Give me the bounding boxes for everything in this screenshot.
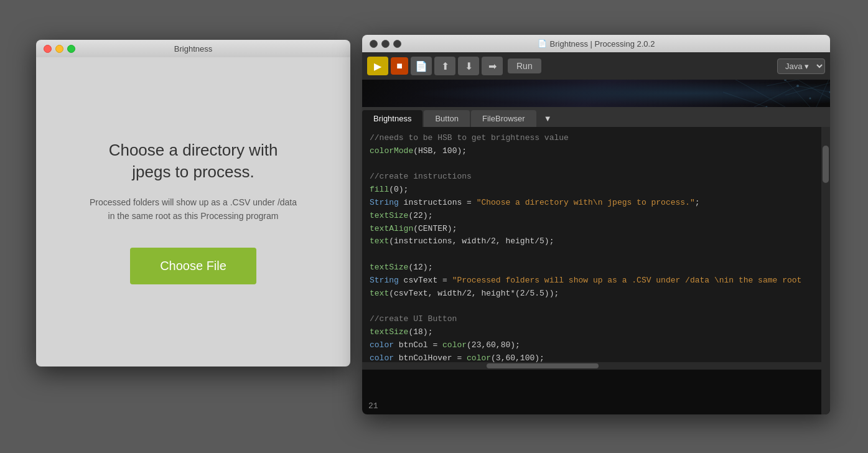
horizontal-scrollbar-thumb[interactable] [487, 363, 599, 368]
stop-button[interactable]: ■ [391, 57, 408, 75]
right-titlebar: 📄 Brightness | Processing 2.0.2 [362, 35, 830, 52]
horizontal-scrollbar[interactable] [362, 362, 821, 370]
svg-point-12 [810, 98, 811, 100]
right-window-title: 📄 Brightness | Processing 2.0.2 [538, 39, 655, 49]
svg-line-2 [767, 80, 798, 86]
network-decoration [362, 80, 830, 107]
right-window: 📄 Brightness | Processing 2.0.2 ▶ ■ 📄 ⬆ … [362, 35, 830, 414]
left-window: Brightness Choose a directory with jpegs… [36, 40, 350, 367]
svg-line-8 [785, 83, 830, 95]
new-button[interactable]: 📄 [411, 57, 432, 75]
line-number: 21 [368, 401, 378, 411]
code-area[interactable]: //needs to be HSB to get brightness valu… [362, 127, 830, 370]
right-minimize[interactable] [381, 40, 390, 48]
svg-line-5 [798, 86, 830, 92]
tab-filebrowser[interactable]: FileBrowser [471, 110, 536, 127]
right-close[interactable] [370, 40, 378, 48]
svg-point-13 [829, 91, 831, 93]
header-image [362, 80, 830, 107]
minimize-button[interactable] [55, 45, 63, 53]
tab-button[interactable]: Button [424, 110, 470, 127]
traffic-lights [44, 45, 75, 53]
code-content: //needs to be HSB to get brightness valu… [362, 127, 830, 370]
right-maximize[interactable] [393, 40, 401, 48]
sub-text: Processed folders will show up as a .CSV… [90, 195, 297, 223]
save-button[interactable]: ⬇ [458, 57, 479, 75]
right-traffic-lights [370, 40, 401, 48]
console-area: 21 [362, 370, 830, 414]
choose-file-button[interactable]: Choose File [130, 248, 256, 284]
export-button[interactable]: ➡ [482, 57, 503, 75]
left-window-title: Brightness [174, 44, 212, 54]
svg-point-11 [766, 106, 768, 108]
maximize-button[interactable] [67, 45, 75, 53]
file-icon: 📄 [538, 39, 547, 48]
main-heading: Choose a directory with jpegs to process… [109, 139, 278, 183]
toolbar: ▶ ■ 📄 ⬆ ⬇ ➡ Run Java ▾ [362, 52, 830, 80]
vertical-scrollbar[interactable] [821, 127, 830, 370]
java-dropdown[interactable]: Java ▾ [777, 58, 825, 74]
svg-line-4 [754, 86, 798, 107]
left-window-content: Choose a directory with jpegs to process… [36, 57, 350, 367]
open-button[interactable]: ⬆ [434, 57, 455, 75]
console-scrollbar[interactable] [821, 370, 830, 414]
scrollbar-thumb[interactable] [823, 146, 829, 183]
tab-more-arrow[interactable]: ▼ [538, 110, 558, 127]
tab-brightness[interactable]: Brightness [362, 110, 422, 127]
left-titlebar: Brightness [36, 40, 350, 57]
svg-line-6 [723, 92, 767, 107]
svg-line-1 [785, 80, 810, 107]
run-button[interactable]: Run [508, 58, 541, 73]
tabs-bar: Brightness Button FileBrowser ▼ [362, 107, 830, 127]
close-button[interactable] [44, 45, 52, 53]
play-button[interactable]: ▶ [367, 57, 388, 75]
svg-point-10 [796, 85, 799, 87]
